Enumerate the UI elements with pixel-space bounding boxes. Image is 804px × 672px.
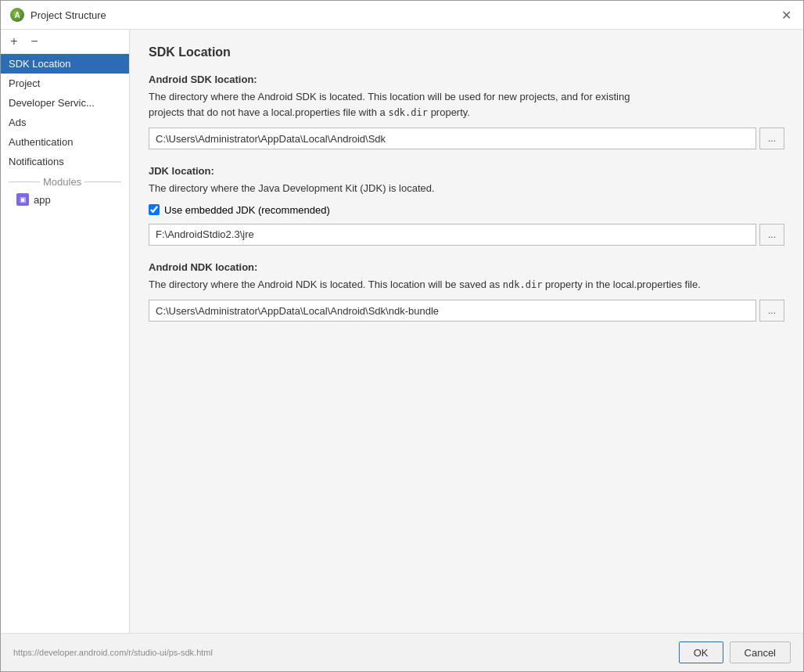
jdk-path-row: ... [149, 224, 784, 246]
ndk-dir-code: ndk.dir [503, 279, 543, 290]
android-ndk-browse-button[interactable]: ... [759, 300, 784, 322]
cancel-button[interactable]: Cancel [730, 641, 791, 663]
embedded-jdk-label: Use embedded JDK (recommended) [164, 204, 330, 216]
title-bar-left: A Project Structure [10, 8, 106, 22]
app-icon: A [10, 8, 24, 22]
android-ndk-section: Android NDK location: The directory wher… [149, 261, 784, 322]
footer-url: https://developer.android.com/r/studio-u… [13, 648, 673, 657]
android-sdk-description: The directory where the Android SDK is l… [149, 89, 784, 120]
android-sdk-path-row: ... [149, 128, 784, 149]
android-sdk-section: Android SDK location: The directory wher… [149, 74, 784, 149]
sidebar-item-developer-services[interactable]: Developer Servic... [1, 93, 129, 113]
sidebar-item-ads[interactable]: Ads [1, 113, 129, 132]
remove-item-button[interactable]: − [26, 33, 43, 50]
android-sdk-path-input[interactable] [149, 128, 756, 149]
content-title: SDK Location [149, 45, 784, 59]
close-button[interactable]: ✕ [778, 7, 794, 23]
android-ndk-path-input[interactable] [149, 300, 756, 322]
android-ndk-heading: Android NDK location: [149, 261, 784, 273]
android-sdk-browse-button[interactable]: ... [759, 128, 784, 149]
sidebar-item-sdk-location[interactable]: SDK Location [1, 54, 129, 74]
sidebar-item-project[interactable]: Project [1, 74, 129, 93]
modules-section-label: Modules [1, 171, 129, 190]
footer: https://developer.android.com/r/studio-u… [1, 633, 803, 671]
jdk-path-input[interactable] [149, 224, 756, 246]
jdk-section: JDK location: The directory where the Ja… [149, 165, 784, 246]
title-bar: A Project Structure ✕ [1, 1, 803, 30]
sidebar-toolbar: + − [1, 30, 129, 54]
module-icon: ▣ [16, 193, 29, 206]
sidebar-item-notifications[interactable]: Notifications [1, 152, 129, 171]
embedded-jdk-checkbox[interactable] [149, 204, 160, 215]
android-sdk-heading: Android SDK location: [149, 74, 784, 85]
sidebar: + − SDK Location Project Developer Servi… [1, 30, 130, 633]
android-ndk-description: The directory where the Android NDK is l… [149, 277, 784, 293]
ok-button[interactable]: OK [679, 641, 723, 663]
jdk-description: The directory where the Java Development… [149, 181, 784, 196]
project-structure-dialog: A Project Structure ✕ + − SDK Location P… [0, 0, 804, 672]
jdk-checkbox-row: Use embedded JDK (recommended) [149, 204, 784, 216]
sidebar-item-app[interactable]: ▣ app [1, 190, 129, 209]
content-area: SDK Location Android SDK location: The d… [130, 30, 803, 633]
sidebar-item-authentication[interactable]: Authentication [1, 132, 129, 152]
jdk-browse-button[interactable]: ... [759, 224, 784, 246]
add-item-button[interactable]: + [5, 33, 23, 50]
main-content: + − SDK Location Project Developer Servi… [1, 30, 803, 633]
window-title: Project Structure [31, 9, 106, 21]
android-ndk-path-row: ... [149, 300, 784, 322]
sdk-dir-code: sdk.dir [388, 107, 428, 118]
jdk-heading: JDK location: [149, 165, 784, 177]
